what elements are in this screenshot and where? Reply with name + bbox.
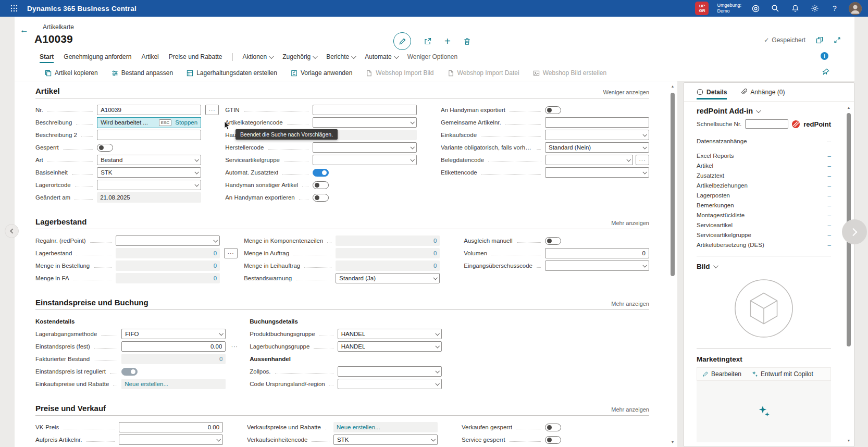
tab-aktionen[interactable]: Aktionen [243,49,273,65]
menge-in-fa-field[interactable]: 0 [116,273,220,283]
show-more-link[interactable]: Mehr anzeigen [611,406,649,413]
automat-zusatztext-toggle[interactable] [313,169,329,177]
ausgleich-manuell-toggle[interactable] [545,237,561,245]
list-item-artikelbeziehungen[interactable]: Artikelbeziehungen– [697,180,831,190]
lagerhaltungsdaten-erstellen-button[interactable]: Lagerhaltungsdaten erstellen [187,69,277,77]
volumen-field[interactable]: 0 [545,248,649,258]
menge-in-komponentenzeilen-field[interactable]: 0 [336,235,440,246]
herstellercode-select[interactable] [313,142,417,153]
aufpreis-artikelnr-select[interactable] [119,434,223,445]
ursprungsland-select[interactable] [338,379,442,389]
lagerabgangsmethode-select[interactable]: FIFO [121,329,226,339]
einstandspreis-fest-field[interactable]: 0.00 [121,341,226,352]
belegdatencode-select[interactable] [545,155,633,165]
list-item-zusatztext[interactable]: Zusatztext– [697,170,831,180]
tab-genehmigung-anfordern[interactable]: Genehmigung anfordern [64,49,131,65]
scroll-down-arrow[interactable]: ▼ [846,439,851,442]
list-item-serviceartikelgruppe[interactable]: Serviceartikelgruppe– [697,230,831,240]
menge-in-auftrag-field[interactable]: 0 [336,248,440,258]
lagerortcode-select[interactable] [97,180,201,190]
show-more-link[interactable]: Mehr anzeigen [611,220,649,226]
copilot-icon[interactable] [750,3,761,14]
scroll-up-arrow[interactable]: ▲ [846,106,851,109]
verkaufen-gesperrt-toggle[interactable] [545,424,561,431]
gesperrt-toggle[interactable] [97,144,113,152]
section-title[interactable]: Lagerbestand [35,217,86,226]
bestandswarnung-select[interactable]: Standard (Ja) [336,273,440,283]
list-item-artikeluebersetzung[interactable]: Artikelübersetzung (DES)– [697,240,831,250]
delete-trash-button[interactable] [463,38,471,45]
gtin-field[interactable] [313,105,417,115]
list-item-serviceartikel[interactable]: Serviceartikel– [697,220,831,230]
environment-badge[interactable]: UP GR [695,2,709,15]
vorlage-anwenden-button[interactable]: Vorlage anwenden [291,69,352,77]
fakturierter-bestand-field[interactable]: 0 [121,354,226,364]
list-item-lagerposten[interactable]: Lagerposten– [697,190,831,200]
zollpos-select[interactable] [338,366,442,377]
tab-details[interactable]: Details [697,83,727,102]
regalnr-select[interactable] [116,235,220,246]
handyman-sonstiger-artikel-toggle[interactable] [313,181,329,189]
main-scrollbar[interactable]: ▲ ▼ [670,84,675,444]
an-handyman-exportiert-toggle[interactable] [545,106,561,114]
einkaufscode-select[interactable] [545,130,649,140]
app-title[interactable]: Dynamics 365 Business Central [27,5,137,13]
scroll-up-arrow[interactable]: ▲ [670,84,675,88]
list-item-bemerkungen[interactable]: Bemerkungen– [697,200,831,210]
tab-start[interactable]: Start [40,49,54,65]
datensatzanhaenge-row[interactable]: Datensatzanhänge-- [697,136,831,146]
assist-edit-button[interactable]: ··· [224,248,238,258]
list-item-montagestueckliste[interactable]: Montagestückliste– [697,210,831,220]
previous-record-button[interactable] [5,224,19,238]
tab-berichte[interactable]: Berichte [326,49,355,65]
variante-obligatorisch-select[interactable]: Standard (Nein) [545,142,649,153]
tab-weniger-optionen[interactable]: Weniger Optionen [407,49,458,65]
gemeinsame-artikelnr-field[interactable] [545,117,649,128]
einkaufspreise-neue-erstellen-link[interactable]: Neue erstellen... [121,379,226,389]
an-handyman-exportieren-toggle[interactable] [313,194,329,202]
nr-field[interactable]: A10039 [97,105,201,115]
tab-automate[interactable]: Automate [365,49,397,65]
bild-section-title[interactable]: Bild [697,263,831,270]
help-icon[interactable]: ? [829,3,840,14]
scroll-down-arrow[interactable]: ▼ [670,440,675,444]
bestand-anpassen-button[interactable]: Bestand anpassen [111,69,173,77]
serviceartikelgruppe-select[interactable] [313,155,417,165]
lagerbuchungsgruppe-select[interactable]: HANDEL [338,341,442,352]
marketingtext-content-area[interactable] [697,381,831,442]
bearbeiten-button[interactable]: Bearbeiten [702,370,741,378]
user-avatar[interactable] [849,2,862,15]
verkaufspreise-neue-erstellen-link[interactable]: Neue erstellen... [333,422,438,432]
assist-edit-button[interactable]: ··· [205,105,219,115]
popout-window-icon[interactable] [816,36,823,44]
next-record-button[interactable] [842,219,867,244]
entwurf-mit-copilot-button[interactable]: Entwurf mit Copilot [752,370,813,378]
collapse-resize-icon[interactable] [834,36,841,44]
produktbuchungsgruppe-select[interactable]: HANDEL [338,329,442,339]
edit-mode-button[interactable] [393,32,411,50]
item-picture-placeholder[interactable] [697,270,831,342]
settings-gear-icon[interactable] [809,3,821,14]
show-more-link[interactable]: Mehr anzeigen [611,301,649,307]
new-record-button[interactable]: + [444,37,451,45]
vk-preis-field[interactable]: 0.00 [119,422,223,432]
list-item-excel-reports[interactable]: Excel Reports– [697,151,831,160]
art-select[interactable]: Bestand [97,155,201,165]
tab-preise-und-rabatte[interactable]: Preise und Rabatte [169,49,222,65]
show-less-link[interactable]: Weniger anzeigen [603,89,649,95]
lagerbestand-field[interactable]: 0 [116,248,220,258]
tab-artikel[interactable]: Artikel [141,49,158,65]
section-title[interactable]: Artikel [35,86,60,95]
tab-anhaenge[interactable]: Anhänge (0) [740,83,785,102]
beschreibung2-field[interactable] [97,130,201,140]
scrollbar-thumb[interactable] [671,93,675,276]
info-icon[interactable]: i [821,52,828,60]
menge-in-bestellung-field[interactable]: 0 [116,260,220,271]
section-title[interactable]: Preise und Verkauf [35,404,106,413]
verkaufseinheitencode-select[interactable]: STK [333,434,438,445]
search-icon[interactable] [770,3,781,14]
eingangsueberschusscode-select[interactable] [545,260,649,271]
addin-title[interactable]: redPoint Add-in [697,107,831,115]
service-gesperrt-toggle[interactable] [545,436,561,444]
assist-edit-button[interactable]: ··· [228,341,241,352]
